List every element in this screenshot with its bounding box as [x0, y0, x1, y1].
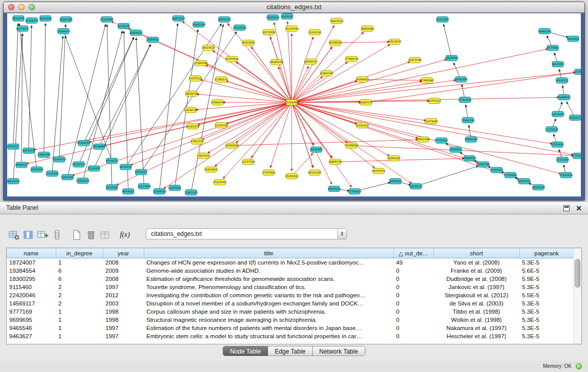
graph-node[interactable]: 11354021	[168, 185, 181, 191]
graph-node[interactable]: 12730453	[574, 69, 581, 75]
graph-node[interactable]: 14021534	[72, 162, 85, 167]
graph-node[interactable]: 9973143	[23, 148, 34, 154]
graph-node[interactable]: 13354415	[559, 172, 573, 178]
graph-node[interactable]: 10587585	[59, 16, 73, 22]
table-row[interactable]: 946362711997Embryonic stem cells: a mode…	[7, 332, 574, 340]
minimize-window-button[interactable]	[18, 4, 25, 10]
graph-node[interactable]: 8824209	[39, 15, 51, 21]
graph-node[interactable]: 15699451	[463, 156, 476, 161]
delete-table-button[interactable]	[84, 228, 98, 242]
graph-node[interactable]: 10123954	[137, 184, 150, 189]
graph-node[interactable]: 11431834	[46, 171, 59, 177]
graph-node[interactable]: 12234213	[53, 157, 66, 162]
graph-node[interactable]: 15320417	[88, 166, 101, 171]
graph-node[interactable]: 9010543	[120, 164, 132, 170]
graph-node[interactable]: 15044532	[449, 147, 462, 152]
table-row[interactable]: 911546021997Tourette syndrome. Phenomeno…	[7, 283, 574, 291]
graph-node[interactable]: 18945271	[217, 16, 231, 22]
tab-edge-table[interactable]: Edge Table	[268, 346, 313, 356]
close-panel-icon[interactable]: ✕	[576, 203, 582, 213]
table-row[interactable]: 1456911722003Disruption of a novel membe…	[7, 299, 574, 308]
graph-node[interactable]: 19861099	[361, 26, 374, 31]
column-header-short[interactable]: short	[433, 249, 519, 258]
graph-node[interactable]: 16904174	[359, 100, 373, 105]
table-row[interactable]: 2242004622012Investigating the contribut…	[7, 291, 574, 299]
graph-node[interactable]: 9455013	[135, 169, 147, 175]
graph-node[interactable]: 11381111	[214, 77, 228, 82]
graph-node[interactable]: 15950413	[285, 173, 298, 179]
graph-node[interactable]: 14585443	[211, 100, 224, 105]
window-titlebar[interactable]: citations_edges.txt	[4, 2, 584, 13]
graph-node[interactable]: 13504231	[76, 178, 90, 184]
graph-node[interactable]: 9590521	[15, 162, 27, 168]
table-row[interactable]: 977716911998Corpus callosum shape and si…	[7, 308, 574, 316]
graph-node[interactable]: 12039731	[184, 107, 197, 113]
graph-node[interactable]: 12161612	[356, 122, 369, 128]
graph-node[interactable]: 18314254	[435, 16, 449, 22]
graph-node[interactable]: 16547518	[233, 25, 246, 30]
graph-node[interactable]: 16014024	[202, 45, 215, 51]
graph-node[interactable]: 17485083	[420, 78, 433, 83]
graph-node[interactable]: 14275122	[188, 76, 202, 81]
column-header-out_de[interactable]: △ out_de…	[394, 249, 433, 258]
graph-node[interactable]: 15001409	[416, 137, 429, 142]
graph-node[interactable]: 17210304	[556, 157, 569, 163]
graph-node[interactable]: 18301013	[304, 59, 317, 64]
graph-node[interactable]: 12754519	[225, 56, 238, 62]
graph-node[interactable]: 8163045	[281, 13, 293, 19]
tab-network-table[interactable]: Network Table	[313, 346, 365, 356]
graph-node[interactable]: 21054312	[146, 37, 159, 42]
graph-node[interactable]: 17391542	[458, 97, 471, 103]
graph-node[interactable]: 16522832	[242, 40, 255, 46]
graph-node[interactable]: 14623214	[197, 153, 210, 159]
graph-node[interactable]: 12901341	[61, 174, 74, 180]
close-window-button[interactable]	[8, 4, 14, 10]
graph-node[interactable]: 18985734	[329, 159, 342, 165]
graph-node[interactable]: 12082107	[387, 156, 400, 161]
graph-node[interactable]: 20654013	[129, 30, 142, 35]
graph-node[interactable]: 17851531	[190, 139, 204, 144]
graph-node[interactable]: 9013422	[106, 185, 118, 190]
graph-node[interactable]: 16048994	[92, 144, 105, 149]
graph-node[interactable]: 10767338	[214, 122, 228, 128]
graph-node[interactable]: 18455713	[517, 179, 531, 184]
graph-node[interactable]: 8754023	[106, 158, 118, 164]
graph-node[interactable]: 16093249	[270, 59, 283, 65]
graph-node[interactable]: 9164815	[567, 36, 579, 41]
graph-node[interactable]: 12576554	[262, 29, 275, 35]
graph-node[interactable]: 19145451	[310, 147, 323, 152]
graph-node[interactable]: 17034444	[213, 180, 226, 185]
graph-node[interactable]: 17991243	[461, 117, 474, 123]
graph-node[interactable]: 10862465	[37, 152, 51, 158]
graph-node[interactable]: 17785178	[345, 56, 358, 62]
graph-node[interactable]: 15998913	[557, 95, 571, 100]
table-row[interactable]: 1830029562008Estimation of significance …	[7, 275, 574, 283]
graph-node[interactable]: 15124549	[285, 26, 298, 31]
graph-node[interactable]: 14513073	[387, 39, 401, 45]
combo-stepper-icon[interactable]: ▲▼	[337, 229, 346, 239]
graph-node[interactable]: 11923145	[184, 190, 198, 195]
graph-node[interactable]: 19155204	[532, 185, 545, 190]
graph-node[interactable]: 10973498	[408, 57, 421, 63]
table-row[interactable]: 969969511998Structural magnetic resonanc…	[7, 316, 574, 324]
table-row[interactable]: 946554611997Estimation of the future num…	[7, 324, 574, 332]
graph-node[interactable]: 11279525	[545, 126, 558, 132]
graph-node[interactable]: 16791354	[454, 77, 467, 82]
import-table-button[interactable]	[98, 228, 113, 242]
show-columns-button[interactable]	[21, 228, 36, 242]
table-row[interactable]: 1938455462009Genome-wide association stu…	[7, 267, 574, 275]
column-header-in_degree[interactable]: in_degree	[56, 249, 103, 258]
tab-node-table[interactable]: Node Table	[223, 346, 268, 356]
graph-node[interactable]: 18039725	[185, 91, 198, 97]
graph-node[interactable]: 17157821	[262, 170, 275, 176]
graph-node[interactable]: 9643254	[12, 15, 24, 21]
graph-node[interactable]: 16354782	[476, 162, 490, 167]
graph-node[interactable]: 14534021	[434, 138, 448, 143]
graph-node[interactable]: 19483194	[538, 28, 551, 34]
graph-node[interactable]: 10196385	[100, 16, 113, 22]
table-selector-combo[interactable]: citations_edges.txt ▲▼	[146, 228, 347, 239]
vertical-scrollbar[interactable]	[573, 248, 581, 344]
graph-node[interactable]: 16943014	[330, 18, 343, 24]
column-header-name[interactable]: name	[7, 249, 56, 258]
graph-node[interactable]: 9274582	[547, 45, 559, 51]
